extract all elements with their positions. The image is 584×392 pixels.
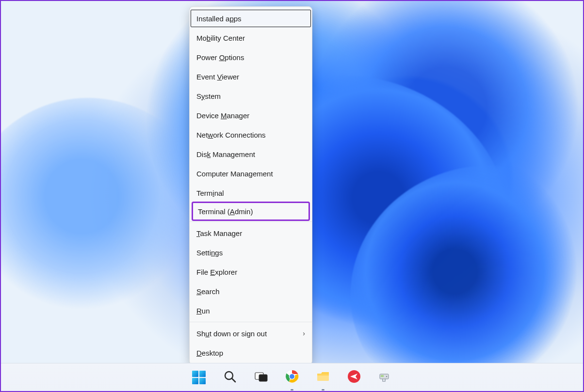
svg-rect-12 — [381, 375, 384, 377]
menu-item-task-manager[interactable]: Task Manager — [190, 223, 312, 243]
menu-item-label: Event Viewer — [196, 73, 239, 81]
menu-item-mobility-center[interactable]: Mobility Center — [190, 28, 312, 47]
menu-item-file-explorer[interactable]: File Explorer — [190, 262, 312, 282]
menu-item-installed-apps[interactable]: Installed apps — [190, 9, 312, 28]
running-indicator — [322, 389, 324, 391]
menu-item-disk-management[interactable]: Disk Management — [190, 144, 312, 164]
device-icon — [378, 369, 392, 386]
windows-logo-icon — [192, 371, 206, 384]
menu-item-desktop[interactable]: Desktop — [190, 343, 312, 362]
svg-line-2 — [232, 378, 235, 382]
menu-item-event-viewer[interactable]: Event Viewer — [190, 67, 312, 86]
anydesk-button[interactable] — [344, 367, 364, 388]
svg-point-7 — [290, 374, 294, 379]
start-button[interactable] — [189, 367, 209, 388]
menu-item-label: Network Connections — [196, 131, 266, 139]
search-button[interactable] — [220, 367, 240, 388]
menu-item-terminal-admin[interactable]: Terminal (Admin) — [192, 202, 310, 221]
send-icon — [347, 369, 361, 386]
menu-item-label: Run — [196, 307, 210, 315]
folder-icon — [316, 370, 330, 385]
menu-item-search[interactable]: Search — [190, 282, 312, 301]
menu-item-settings[interactable]: Settings — [190, 243, 312, 262]
menu-item-run[interactable]: Run — [190, 301, 312, 320]
chevron-right-icon: › — [303, 329, 305, 337]
chrome-button[interactable] — [282, 367, 302, 388]
file-explorer-button[interactable] — [313, 367, 333, 388]
menu-divider — [190, 221, 312, 222]
svg-rect-4 — [259, 375, 267, 381]
running-indicator — [291, 389, 293, 391]
menu-item-system[interactable]: System — [190, 86, 312, 106]
menu-item-label: Task Manager — [196, 229, 242, 237]
svg-rect-9 — [317, 374, 329, 376]
menu-item-power-options[interactable]: Power Options — [190, 47, 312, 67]
menu-item-label: Disk Management — [196, 150, 255, 158]
menu-item-label: Computer Management — [196, 170, 273, 178]
menu-item-label: System — [196, 92, 221, 100]
menu-item-label: Settings — [196, 249, 223, 257]
task-view-button[interactable] — [251, 367, 271, 388]
search-icon — [223, 370, 237, 385]
menu-item-label: Terminal (Admin) — [198, 207, 253, 216]
menu-item-network-connections[interactable]: Network Connections — [190, 125, 312, 144]
task-view-icon — [254, 370, 268, 385]
menu-item-label: Installed apps — [196, 15, 242, 23]
menu-item-label: Shut down or sign out — [196, 329, 267, 338]
menu-item-terminal[interactable]: Terminal — [190, 183, 312, 203]
menu-item-label: Device Manager — [196, 111, 249, 120]
menu-item-label: Power Options — [196, 53, 244, 62]
menu-item-device-manager[interactable]: Device Manager — [190, 106, 312, 125]
svg-point-13 — [386, 376, 387, 376]
menu-item-shut-down-or-sign-out[interactable]: Shut down or sign out› — [190, 324, 312, 343]
menu-item-label: Desktop — [196, 349, 223, 357]
menu-item-label: Terminal — [196, 189, 224, 197]
menu-item-label: Mobility Center — [196, 34, 245, 42]
winx-context-menu: Installed appsMobility CenterPower Optio… — [189, 6, 312, 365]
menu-item-computer-management[interactable]: Computer Management — [190, 164, 312, 183]
chrome-icon — [285, 369, 299, 386]
menu-item-label: File Explorer — [196, 268, 237, 276]
menu-divider — [190, 322, 312, 322]
menu-item-label: Search — [196, 287, 220, 296]
taskbar — [1, 363, 583, 391]
device-button[interactable] — [375, 367, 395, 388]
